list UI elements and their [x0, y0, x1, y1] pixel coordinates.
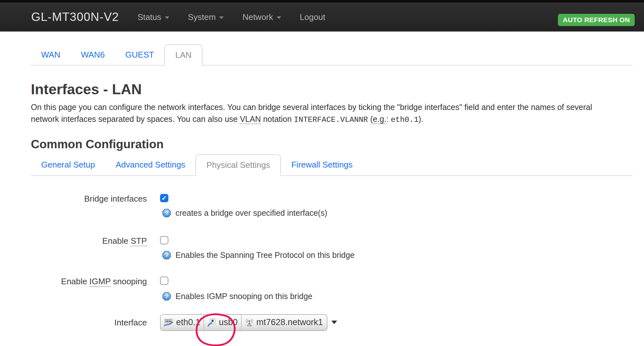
- page-title: Interfaces - LAN: [31, 80, 632, 98]
- code-interface-vlannr: INTERFACE.VLANNR: [294, 115, 368, 124]
- enable-igmp-label: Enable IGMP snooping: [31, 277, 147, 286]
- bridge-help-text: creates a bridge over specified interfac…: [175, 208, 327, 218]
- help-icon: ?: [162, 209, 171, 217]
- interface-option-label: mt7628.network1: [256, 317, 323, 327]
- physical-settings-form: Bridge interfaces ✓ ? creates a bridge o…: [31, 194, 632, 331]
- brand-title: GL-MT300N-V2: [31, 3, 119, 32]
- chevron-down-icon: [219, 16, 224, 19]
- chevron-down-icon: [165, 16, 169, 19]
- dropdown-caret-icon: [331, 321, 337, 324]
- igmp-help-text: Enables IGMP snooping on this bridge: [175, 292, 312, 301]
- tab-wan[interactable]: WAN: [31, 44, 71, 65]
- enable-igmp-checkbox[interactable]: [160, 277, 168, 285]
- nav-item-status[interactable]: Status: [138, 12, 169, 22]
- subtab-general-setup[interactable]: General Setup: [31, 154, 105, 175]
- igmp-abbr: IGMP: [89, 277, 111, 287]
- auto-refresh-badge[interactable]: AUTO REFRESH ON: [558, 14, 635, 26]
- help-icon: ?: [162, 251, 171, 260]
- bridge-interfaces-checkbox[interactable]: ✓: [160, 194, 168, 202]
- interface-option-wireless[interactable]: mt7628.network1: [242, 315, 342, 330]
- top-strip: [0, 0, 644, 3]
- check-icon: ✓: [162, 195, 167, 201]
- main-content: WAN WAN6 GUEST LAN Interfaces - LAN On t…: [0, 44, 644, 331]
- interface-label: Interface: [31, 314, 147, 327]
- enable-stp-checkbox[interactable]: [160, 236, 168, 244]
- bridge-interfaces-row: Bridge interfaces ✓: [31, 194, 632, 204]
- interface-option-label: eth0.1: [176, 317, 200, 327]
- subtab-firewall-settings[interactable]: Firewall Settings: [281, 154, 363, 175]
- section-title: Common Configuration: [31, 137, 632, 151]
- svg-text:?: ?: [165, 252, 168, 258]
- enable-stp-row: Enable STP: [31, 236, 632, 246]
- igmp-help-row: ? Enables IGMP snooping on this bridge: [162, 292, 632, 301]
- nav-item-network[interactable]: Network: [242, 12, 281, 22]
- nav-menu: Status System Network Logout: [138, 3, 325, 32]
- nav-item-logout[interactable]: Logout: [300, 12, 326, 22]
- bridge-help-row: ? creates a bridge over specified interf…: [162, 208, 632, 218]
- eg-abbr: e.g.: [373, 114, 386, 124]
- code-eth0-example: eth0.1: [391, 115, 418, 124]
- wireless-icon: [245, 318, 254, 327]
- enable-igmp-row: Enable IGMP snooping: [31, 277, 632, 286]
- help-icon: ?: [162, 292, 171, 301]
- page-description: On this page you can configure the netwo…: [31, 101, 632, 126]
- enable-stp-label: Enable STP: [31, 236, 147, 246]
- subtab-advanced-settings[interactable]: Advanced Settings: [105, 154, 196, 175]
- subtab-physical-settings[interactable]: Physical Settings: [195, 154, 281, 176]
- interface-option-eth0[interactable]: eth0.1: [161, 315, 204, 330]
- stp-abbr: STP: [130, 236, 147, 246]
- ethernet-switch-icon: [164, 318, 174, 327]
- navbar: GL-MT300N-V2 Status System Network Logou…: [0, 3, 644, 32]
- tab-lan[interactable]: LAN: [164, 44, 202, 66]
- svg-text:?: ?: [165, 210, 168, 216]
- tab-wan6[interactable]: WAN6: [71, 44, 115, 65]
- configuration-subtabbar: General Setup Advanced Settings Physical…: [31, 154, 632, 176]
- ethernet-port-icon: [207, 318, 216, 327]
- svg-text:?: ?: [165, 293, 168, 299]
- stp-help-text: Enables the Spanning Tree Protocol on th…: [175, 250, 354, 260]
- stp-help-row: ? Enables the Spanning Tree Protocol on …: [162, 250, 632, 260]
- interface-select[interactable]: eth0.1 usb0: [160, 314, 327, 331]
- chevron-down-icon: [277, 16, 281, 19]
- vlan-abbr: VLAN: [240, 114, 261, 124]
- interface-row: Interface eth0.1: [31, 314, 632, 331]
- interface-tabbar: WAN WAN6 GUEST LAN: [31, 44, 632, 66]
- nav-item-system[interactable]: System: [188, 12, 224, 22]
- bridge-interfaces-label: Bridge interfaces: [31, 194, 147, 204]
- interface-option-label: usb0: [219, 317, 238, 327]
- tab-guest[interactable]: GUEST: [115, 44, 165, 65]
- interface-option-usb0[interactable]: usb0: [204, 315, 242, 330]
